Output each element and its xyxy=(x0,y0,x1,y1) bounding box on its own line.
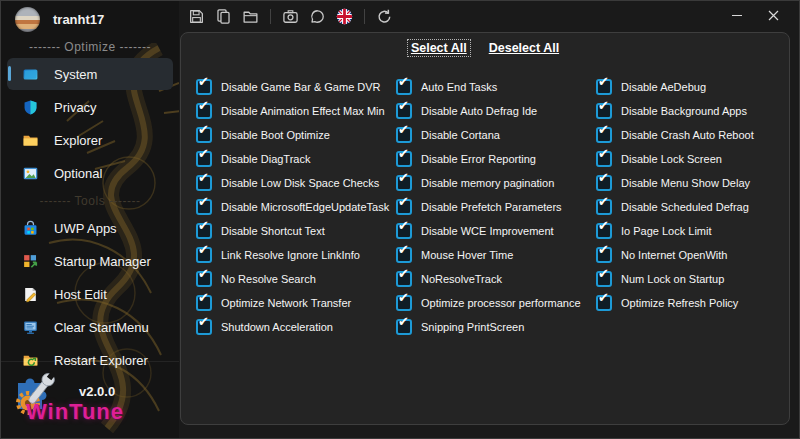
sidebar-item-startup-manager[interactable]: Startup Manager xyxy=(7,245,173,277)
checkbox[interactable] xyxy=(396,151,412,167)
checkbox[interactable] xyxy=(196,247,212,263)
sidebar-item-label: Host Edit xyxy=(54,287,107,302)
sidebar-item-privacy[interactable]: Privacy xyxy=(7,91,173,123)
checkbox[interactable] xyxy=(196,223,212,239)
checkbox[interactable] xyxy=(596,103,612,119)
save-button[interactable] xyxy=(183,4,210,28)
sidebar-item-label: Explorer xyxy=(54,133,102,148)
open-folder-button[interactable] xyxy=(237,4,264,28)
checkbox-item[interactable]: Disable WCE Improvement xyxy=(396,219,596,243)
checkbox[interactable] xyxy=(596,151,612,167)
checkbox-label: No Resolve Search xyxy=(221,273,316,285)
checkbox-item[interactable]: Disable Error Reporting xyxy=(396,147,596,171)
checkbox[interactable] xyxy=(596,247,612,263)
checkbox-item[interactable]: Shutdown Acceleration xyxy=(196,315,396,339)
sidebar-item-optional[interactable]: Optional xyxy=(7,157,173,189)
checkbox[interactable] xyxy=(596,127,612,143)
checkbox-label: Disable Error Reporting xyxy=(421,153,536,165)
checkbox-item[interactable]: Mouse Hover Time xyxy=(396,243,596,267)
toolbar-separator xyxy=(364,9,365,24)
uwp-apps-icon xyxy=(22,220,39,237)
checkbox[interactable] xyxy=(396,199,412,215)
checkbox-item[interactable]: Disable Crash Auto Reboot xyxy=(596,123,796,147)
optional-icon xyxy=(22,165,39,182)
checkbox[interactable] xyxy=(196,127,212,143)
checkbox[interactable] xyxy=(196,199,212,215)
minimize-button[interactable] xyxy=(719,3,755,28)
checkbox-item[interactable]: Num Lock on Startup xyxy=(596,267,796,291)
checkbox-item[interactable]: Disable Boot Optimize xyxy=(196,123,396,147)
checkbox[interactable] xyxy=(196,295,212,311)
checkbox-item[interactable]: Disable memory pagination xyxy=(396,171,596,195)
checkbox-item[interactable]: Disable Background Apps xyxy=(596,99,796,123)
close-button[interactable] xyxy=(755,3,791,28)
version-label: v2.0.0 xyxy=(79,384,115,399)
checkbox-item[interactable]: Optimize Refresh Policy xyxy=(596,291,796,315)
checkbox[interactable] xyxy=(396,319,412,335)
checkbox[interactable] xyxy=(596,175,612,191)
checkbox-label: Mouse Hover Time xyxy=(421,249,513,261)
sidebar-item-host-edit[interactable]: Host Edit xyxy=(7,278,173,310)
checkbox-item[interactable]: Disable Prefetch Parameters xyxy=(396,195,596,219)
checkbox-item[interactable]: Disable MicrosoftEdgeUpdateTask xyxy=(196,195,396,219)
select-all-button[interactable]: Select All xyxy=(408,40,470,56)
sidebar-item-explorer[interactable]: Explorer xyxy=(7,124,173,156)
checkbox[interactable] xyxy=(596,271,612,287)
checkbox-item[interactable]: Auto End Tasks xyxy=(396,75,596,99)
screenshot-button[interactable] xyxy=(277,4,304,28)
checkbox[interactable] xyxy=(596,295,612,311)
checkbox[interactable] xyxy=(196,319,212,335)
checkbox[interactable] xyxy=(596,79,612,95)
checkbox[interactable] xyxy=(396,127,412,143)
checkbox[interactable] xyxy=(596,223,612,239)
checkbox[interactable] xyxy=(196,151,212,167)
checkbox-label: Link Resolve Ignore LinkInfo xyxy=(221,249,360,261)
checkbox-item[interactable]: Disable AeDebug xyxy=(596,75,796,99)
checkbox-item[interactable]: No Resolve Search xyxy=(196,267,396,291)
checkbox[interactable] xyxy=(396,175,412,191)
checkbox-item[interactable]: Disable Shortcut Text xyxy=(196,219,396,243)
checkbox[interactable] xyxy=(396,223,412,239)
checkbox[interactable] xyxy=(396,247,412,263)
checkbox-item[interactable]: Disable DiagTrack xyxy=(196,147,396,171)
user-avatar[interactable] xyxy=(15,7,40,32)
sidebar-item-clear-startmenu[interactable]: Clear StartMenu xyxy=(7,311,173,343)
checkbox-item[interactable]: Disable Game Bar & Game DVR xyxy=(196,75,396,99)
checkbox-item[interactable]: Disable Menu Show Delay xyxy=(596,171,796,195)
checkbox-item[interactable]: Disable Cortana xyxy=(396,123,596,147)
checkbox[interactable] xyxy=(196,271,212,287)
language-english-button[interactable] xyxy=(331,4,358,28)
sidebar-item-system[interactable]: System xyxy=(7,58,173,90)
chat-button[interactable] xyxy=(304,4,331,28)
checkbox-item[interactable]: Disable Low Disk Space Checks xyxy=(196,171,396,195)
sidebar-item-label: System xyxy=(54,67,97,82)
checkbox-item[interactable]: Disable Auto Defrag Ide xyxy=(396,99,596,123)
checkbox-item[interactable]: Io Page Lock Limit xyxy=(596,219,796,243)
checkbox[interactable] xyxy=(396,103,412,119)
checkbox-item[interactable]: Snipping PrintScreen xyxy=(396,315,596,339)
checkbox-item[interactable]: Disable Scheduled Defrag xyxy=(596,195,796,219)
checkbox-label: Num Lock on Startup xyxy=(621,273,724,285)
checkbox-item[interactable]: NoResolveTrack xyxy=(396,267,596,291)
checkbox[interactable] xyxy=(396,295,412,311)
checkbox-label: Disable Lock Screen xyxy=(621,153,722,165)
checkbox[interactable] xyxy=(596,199,612,215)
checkbox-item[interactable]: Disable Animation Effect Max Min xyxy=(196,99,396,123)
checkbox-item[interactable]: Link Resolve Ignore LinkInfo xyxy=(196,243,396,267)
checkbox[interactable] xyxy=(396,271,412,287)
checkbox-label: Snipping PrintScreen xyxy=(421,321,524,333)
sidebar-item-uwp-apps[interactable]: UWP Apps xyxy=(7,212,173,244)
paste-button[interactable] xyxy=(210,4,237,28)
checkbox[interactable] xyxy=(196,103,212,119)
checkbox-item[interactable]: Optimize Network Transfer xyxy=(196,291,396,315)
checkbox-item[interactable]: No Internet OpenWith xyxy=(596,243,796,267)
checkbox[interactable] xyxy=(196,175,212,191)
checkbox-label: Disable WCE Improvement xyxy=(421,225,554,237)
refresh-button[interactable] xyxy=(371,4,398,28)
checkbox-item[interactable]: Optimize processor performance xyxy=(396,291,596,315)
checkbox-item[interactable]: Disable Lock Screen xyxy=(596,147,796,171)
deselect-all-button[interactable]: Deselect All xyxy=(486,40,562,56)
checkbox[interactable] xyxy=(196,79,212,95)
checkbox[interactable] xyxy=(396,79,412,95)
checkbox-label: Shutdown Acceleration xyxy=(221,321,333,333)
